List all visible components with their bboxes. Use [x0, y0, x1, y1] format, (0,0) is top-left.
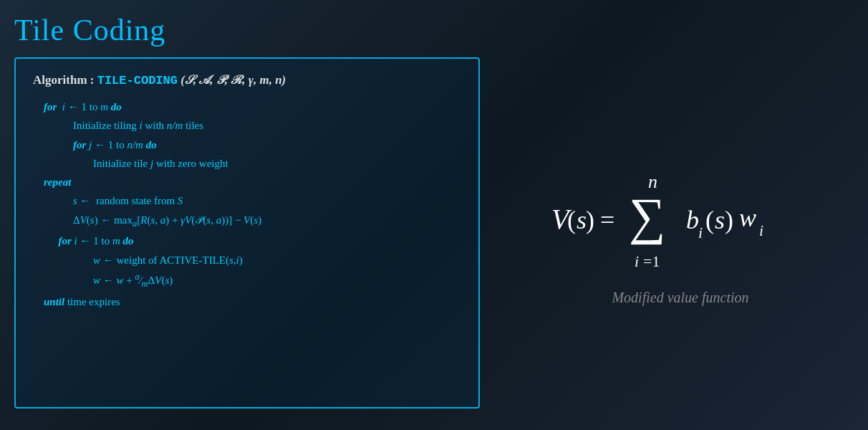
- svg-text:=: =: [600, 206, 614, 234]
- page-title: Tile Coding: [14, 13, 165, 47]
- algorithm-header: Algorithm : TILE-CODING (𝒮, 𝒜, 𝒫, ℛ, γ, …: [33, 73, 461, 87]
- code-line-3: for j ← 1 to n/m do: [33, 135, 461, 154]
- svg-text:w: w: [739, 204, 756, 232]
- algorithm-box: Algorithm : TILE-CODING (𝒮, 𝒜, 𝒫, ℛ, γ, …: [14, 57, 480, 408]
- svg-text:): ): [725, 206, 733, 234]
- code-line-6: s ← random state from S: [33, 191, 461, 210]
- code-line-10: w ← w + α⁄mΔV(s): [33, 269, 461, 292]
- svg-text:i: i: [698, 224, 703, 242]
- code-line-9: w ← weight of ACTIVE-TILE(s,i): [33, 251, 461, 269]
- code-line-4: Initialize tile j with zero weight: [33, 154, 461, 173]
- code-line-2: Initialize tiling i with n/m tiles: [33, 116, 461, 135]
- modified-label: Modified value function: [612, 290, 748, 306]
- code-block: for i ← 1 to m do Initialize tiling i wi…: [33, 97, 461, 311]
- algo-name: TILE-CODING: [97, 74, 178, 87]
- right-panel: V ( s ) = ∑ n i =1 b i ( s ) w i Modifie…: [501, 57, 859, 408]
- formula-svg: V ( s ) = ∑ n i =1 b i ( s ) w i: [544, 161, 816, 275]
- algo-params: (𝒮, 𝒜, 𝒫, ℛ, γ, m, n): [180, 73, 286, 87]
- code-line-1: for i ← 1 to m do: [33, 97, 461, 116]
- algo-label: Algorithm :: [33, 73, 97, 87]
- code-line-5: repeat: [33, 173, 461, 191]
- svg-text:∑: ∑: [629, 188, 665, 245]
- svg-text:i: i: [635, 252, 639, 270]
- svg-text:s: s: [715, 206, 725, 234]
- formula-container: V ( s ) = ∑ n i =1 b i ( s ) w i: [544, 161, 816, 275]
- svg-text:): ): [586, 206, 594, 234]
- code-line-7: ΔV(s) ← maxa[R(s, a) + γV(𝒫(s, a))] − V(…: [33, 211, 461, 232]
- svg-text:(: (: [567, 206, 576, 234]
- code-line-8: for i ← 1 to m do: [33, 231, 461, 250]
- svg-text:b: b: [686, 206, 699, 234]
- svg-text:(: (: [705, 206, 714, 234]
- code-line-11: until time expires: [33, 292, 461, 311]
- svg-text:s: s: [577, 206, 587, 234]
- svg-text:i: i: [759, 221, 763, 239]
- svg-text:n: n: [648, 171, 657, 192]
- svg-text:=1: =1: [643, 252, 660, 270]
